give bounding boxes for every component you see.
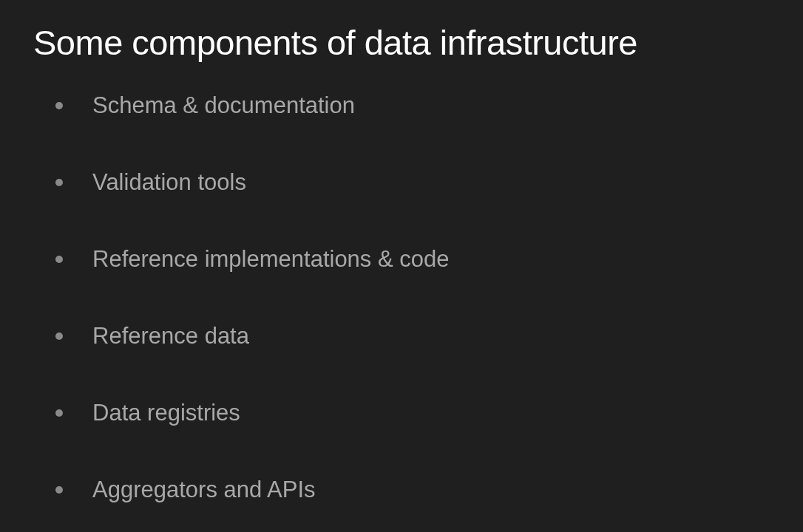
list-item: Reference implementations & code: [55, 246, 770, 273]
list-item: Aggregators and APIs: [55, 477, 770, 503]
bullet-text: Validation tools: [92, 169, 246, 196]
bullet-icon: [55, 256, 63, 263]
list-item: Reference data: [55, 323, 770, 349]
bullet-icon: [55, 179, 63, 186]
bullet-text: Reference implementations & code: [92, 246, 449, 273]
bullet-text: Schema & documentation: [92, 92, 355, 119]
slide-title: Some components of data infrastructure: [33, 22, 770, 63]
list-item: Validation tools: [55, 169, 770, 196]
bullet-list: Schema & documentation Validation tools …: [33, 92, 770, 503]
bullet-icon: [55, 409, 63, 417]
bullet-text: Aggregators and APIs: [92, 477, 316, 503]
bullet-text: Data registries: [92, 400, 240, 426]
list-item: Data registries: [55, 400, 770, 426]
slide-container: Some components of data infrastructure S…: [0, 0, 803, 525]
bullet-icon: [55, 102, 63, 109]
bullet-icon: [55, 332, 63, 340]
bullet-icon: [55, 486, 63, 494]
bullet-text: Reference data: [92, 323, 249, 349]
list-item: Schema & documentation: [55, 92, 770, 119]
